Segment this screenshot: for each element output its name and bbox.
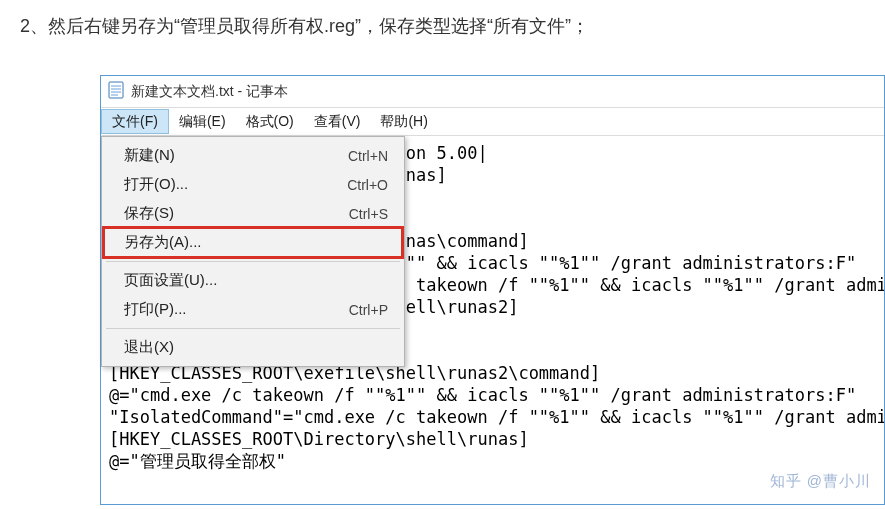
menu-format[interactable]: 格式(O) [236, 108, 304, 135]
menu-item-label: 另存为(A)... [124, 233, 202, 252]
menu-item-new[interactable]: 新建(N) Ctrl+N [104, 141, 402, 170]
menu-item-label: 保存(S) [124, 204, 174, 223]
menu-item-pagesetup[interactable]: 页面设置(U)... [104, 266, 402, 295]
menu-file[interactable]: 文件(F) [101, 109, 169, 134]
client-area: Windows Registry Editor Version 5.00| [H… [101, 136, 884, 504]
menu-item-shortcut: Ctrl+O [347, 177, 388, 193]
menu-item-label: 打印(P)... [124, 300, 187, 319]
instruction-text: 2、然后右键另存为“管理员取得所有权.reg”，保存类型选择“所有文件”； [0, 0, 885, 48]
menu-item-exit[interactable]: 退出(X) [104, 333, 402, 362]
menu-item-label: 新建(N) [124, 146, 175, 165]
menu-item-label: 页面设置(U)... [124, 271, 217, 290]
menu-item-shortcut: Ctrl+P [349, 302, 388, 318]
menu-item-save[interactable]: 保存(S) Ctrl+S [104, 199, 402, 228]
menu-view[interactable]: 查看(V) [304, 108, 371, 135]
menu-separator [106, 261, 400, 262]
menu-item-shortcut: Ctrl+S [349, 206, 388, 222]
notepad-icon [107, 83, 125, 101]
menubar: 文件(F) 编辑(E) 格式(O) 查看(V) 帮助(H) [101, 108, 884, 136]
file-menu-dropdown: 新建(N) Ctrl+N 打开(O)... Ctrl+O 保存(S) Ctrl+… [101, 136, 405, 367]
notepad-window: 新建文本文档.txt - 记事本 文件(F) 编辑(E) 格式(O) 查看(V)… [100, 75, 885, 505]
menu-item-open[interactable]: 打开(O)... Ctrl+O [104, 170, 402, 199]
svg-rect-0 [109, 82, 123, 98]
menu-item-label: 退出(X) [124, 338, 174, 357]
menu-separator [106, 328, 400, 329]
menu-item-saveas[interactable]: 另存为(A)... [104, 228, 402, 257]
menu-item-label: 打开(O)... [124, 175, 188, 194]
titlebar: 新建文本文档.txt - 记事本 [101, 76, 884, 108]
menu-help[interactable]: 帮助(H) [370, 108, 437, 135]
menu-item-print[interactable]: 打印(P)... Ctrl+P [104, 295, 402, 324]
window-title: 新建文本文档.txt - 记事本 [131, 83, 288, 101]
watermark: 知乎 @曹小川 [770, 472, 871, 491]
menu-item-shortcut: Ctrl+N [348, 148, 388, 164]
menu-edit[interactable]: 编辑(E) [169, 108, 236, 135]
